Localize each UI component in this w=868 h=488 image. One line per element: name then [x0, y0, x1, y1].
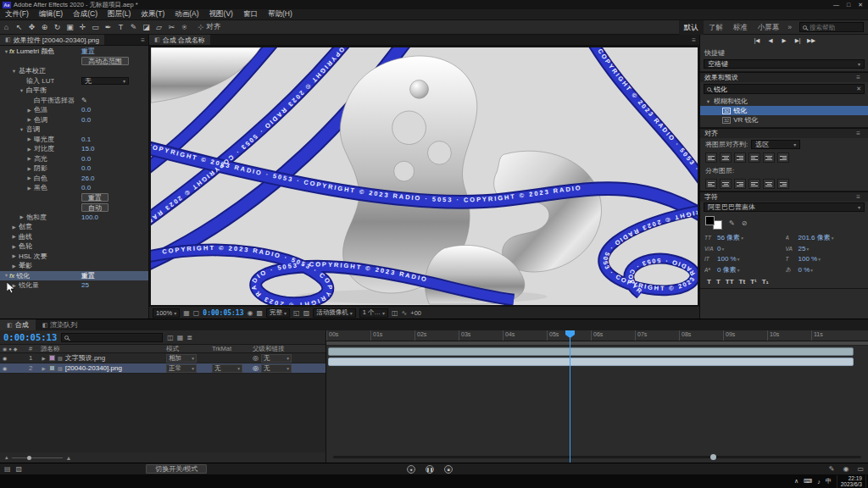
- pickwhip-icon[interactable]: ◎: [253, 354, 259, 362]
- display-icon[interactable]: ▭: [857, 465, 864, 473]
- panel-menu-icon[interactable]: ≡: [853, 193, 864, 201]
- parent-link-column[interactable]: 父级和链接: [253, 345, 326, 353]
- distribute-right-button[interactable]: [777, 179, 789, 189]
- stop-button[interactable]: ■: [444, 465, 453, 474]
- effect-property-row[interactable]: ▶ 高光 0.0: [0, 154, 148, 164]
- fast-preview-icon[interactable]: ∿: [402, 309, 408, 317]
- prev-frame-button[interactable]: ◀: [766, 37, 775, 44]
- twirl-icon[interactable]: ▶: [41, 366, 47, 371]
- twirl-icon[interactable]: ▶: [19, 214, 25, 219]
- effect-property-row[interactable]: ▼ 白平衡: [0, 86, 148, 96]
- panel-menu-icon[interactable]: ≡: [688, 36, 699, 44]
- type-style-toggle[interactable]: T₁: [762, 278, 769, 286]
- menu-item[interactable]: 文件(F): [0, 9, 34, 19]
- twirl-icon[interactable]: ▼: [3, 273, 9, 278]
- toggle-switches-modes-button[interactable]: 切换开关/模式: [146, 464, 207, 474]
- layer-name[interactable]: 文字预设.png: [65, 353, 106, 363]
- twirl-icon[interactable]: ▶: [41, 356, 47, 361]
- effects-search-box[interactable]: ✕: [704, 84, 865, 94]
- twirl-icon[interactable]: ▶: [11, 263, 17, 269]
- effect-property-row[interactable]: ▶ 阴影 0.0: [0, 164, 148, 174]
- layer-row[interactable]: ◉ 2 ▶ ▨ [20040-20340].png 正常 无 ◎ 无: [0, 363, 326, 374]
- property-value[interactable]: 0.1: [81, 136, 91, 143]
- twirl-icon[interactable]: ▶: [26, 186, 32, 191]
- type-tool-icon[interactable]: T: [114, 23, 127, 31]
- workspace-overflow-button[interactable]: »: [784, 23, 795, 31]
- composition-tab[interactable]: ◧ 合成 合成名称: [149, 35, 210, 45]
- window-icon[interactable]: ▧: [16, 465, 23, 473]
- resolution-dropdown[interactable]: 完整: [266, 308, 290, 318]
- effect-property-row[interactable]: ▼ fx 锐化 重置: [0, 271, 148, 281]
- effect-property-row[interactable]: ▶ 黑色 0.0: [0, 183, 148, 193]
- property-value[interactable]: 自动: [81, 203, 108, 212]
- property-value[interactable]: 0.0: [81, 184, 91, 191]
- workspace-tab[interactable]: 了解: [704, 20, 728, 35]
- distribute-h-center-button[interactable]: [763, 179, 775, 189]
- volume-icon[interactable]: ♪: [817, 479, 821, 485]
- menu-item[interactable]: 窗口: [238, 9, 263, 19]
- blend-mode-dropdown[interactable]: 相加: [166, 354, 197, 363]
- property-value[interactable]: 0.0: [81, 164, 91, 172]
- parent-dropdown[interactable]: 无: [261, 354, 292, 363]
- twirl-icon[interactable]: ▶: [26, 147, 32, 152]
- zoom-tool-icon[interactable]: ⊕: [38, 23, 51, 31]
- menu-item[interactable]: 帮助(H): [263, 9, 298, 19]
- zoom-in-mountain-icon[interactable]: ▲: [66, 455, 72, 461]
- property-value[interactable]: 15.0: [81, 145, 95, 152]
- minimize-button[interactable]: —: [833, 2, 839, 8]
- effect-property-row[interactable]: 白平衡选择器 ✎: [0, 96, 148, 106]
- effect-property-row[interactable]: ▶ 晕影: [0, 261, 148, 271]
- twirl-icon[interactable]: ▼: [19, 127, 25, 132]
- eraser-tool-icon[interactable]: ▱: [153, 23, 165, 31]
- orbit-camera-tool-icon[interactable]: ↻: [51, 23, 64, 31]
- timeline-search-box[interactable]: [61, 333, 163, 342]
- type-style-toggle[interactable]: TT: [726, 278, 734, 286]
- effect-property-row[interactable]: ▼ 基本校正: [0, 66, 148, 76]
- layer-duration-bar[interactable]: [328, 358, 854, 366]
- clone-stamp-tool-icon[interactable]: ◪: [140, 23, 153, 31]
- baseline-shift-value[interactable]: 0 像素: [717, 265, 739, 274]
- clear-search-icon[interactable]: ✕: [856, 86, 861, 92]
- workspace-tab[interactable]: 默认: [679, 20, 704, 35]
- view-layout-dropdown[interactable]: 1 个…: [359, 308, 388, 318]
- distribute-bottom-button[interactable]: [734, 179, 746, 189]
- horizontal-scale-value[interactable]: 100 %: [798, 255, 821, 263]
- layer-row[interactable]: ◉ 1 ▶ ▨ 文字预设.png 相加 ◎ 无: [0, 353, 326, 363]
- type-style-toggle[interactable]: T: [716, 278, 721, 286]
- draft-3d-icon[interactable]: ▦: [177, 334, 184, 341]
- shortcut-dropdown[interactable]: 空格键: [704, 59, 865, 69]
- vertical-scale-value[interactable]: 100 %: [717, 255, 739, 263]
- snapshot-icon[interactable]: ◉: [248, 309, 253, 317]
- panel-menu-icon[interactable]: ≡: [137, 36, 148, 44]
- twirl-icon[interactable]: ▼: [3, 49, 9, 54]
- property-value[interactable]: 高动态范围: [81, 57, 129, 65]
- panel-menu-icon[interactable]: ≡: [853, 74, 864, 81]
- keyboard-icon[interactable]: ⌨: [804, 478, 812, 485]
- source-name-column[interactable]: 源名称: [41, 345, 166, 353]
- effects-tree-item[interactable]: 32 VR 锐化: [700, 115, 868, 125]
- align-right-button[interactable]: [734, 152, 746, 163]
- twirl-icon[interactable]: ▶: [26, 166, 32, 171]
- time-ruler[interactable]: 00s01s02s03s04s05s06s07s08s09s10s11s: [326, 330, 868, 341]
- effect-property-row[interactable]: ▶ 色调 0.0: [0, 115, 148, 125]
- twirl-icon[interactable]: ▶: [11, 253, 17, 258]
- effect-property-row[interactable]: ▶ 饱和度 100.0: [0, 213, 148, 223]
- align-top-button[interactable]: [748, 152, 760, 163]
- zoom-slider[interactable]: [12, 458, 63, 458]
- property-value[interactable]: 重置: [81, 47, 95, 56]
- workspace-tab[interactable]: 小屏幕: [753, 20, 785, 35]
- distribute-v-center-button[interactable]: [720, 179, 732, 189]
- ime-indicator[interactable]: 中: [826, 477, 832, 485]
- effect-property-row[interactable]: 输入 LUT 无: [0, 76, 148, 86]
- mask-visibility-icon[interactable]: ▢: [193, 309, 200, 317]
- selection-tool-icon[interactable]: ↖: [13, 23, 25, 31]
- current-time-display[interactable]: 0:00:05:13: [203, 309, 243, 317]
- layer-color-chip[interactable]: [49, 365, 55, 371]
- camera-tool-icon[interactable]: ▣: [64, 23, 76, 31]
- twirl-icon[interactable]: ▶: [11, 225, 17, 230]
- effect-controls-tab[interactable]: ◧ 效果控件 [20040-20340].png: [0, 35, 104, 45]
- twirl-icon[interactable]: ▶: [26, 175, 32, 180]
- effect-property-row[interactable]: ▶ 白色 26.0: [0, 174, 148, 184]
- twirl-icon[interactable]: ▶: [26, 156, 32, 161]
- effect-property-row[interactable]: ▶ 曝光度 0.1: [0, 135, 148, 145]
